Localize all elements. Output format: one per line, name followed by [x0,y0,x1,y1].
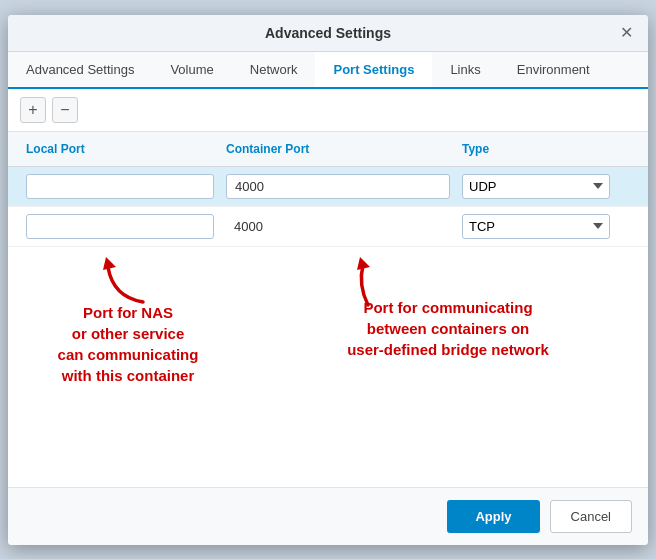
col-header-type: Type [456,138,616,160]
container-port-cell-1 [220,171,456,202]
type-cell-2: TCP UDP [456,211,616,242]
port-settings-content: Local Port Container Port Type UDP TCP [8,132,648,487]
svg-marker-0 [103,257,116,270]
row-scroll-1 [616,183,636,189]
port-toolbar: + − [8,89,648,132]
local-port-cell-2 [20,211,220,242]
type-cell-1: UDP TCP [456,171,616,202]
local-port-input-2[interactable] [26,214,214,239]
container-port-value-2: 4000 [226,219,263,234]
type-select-1[interactable]: UDP TCP [462,174,610,199]
annotation-right-text: Port for communicating between container… [328,297,568,360]
add-port-button[interactable]: + [20,97,46,123]
annotation-left-text: Port for NAS or other service can commun… [28,302,228,386]
local-port-cell-1 [20,171,220,202]
tab-links[interactable]: Links [432,52,498,89]
tab-bar: Advanced Settings Volume Network Port Se… [8,52,648,89]
apply-button[interactable]: Apply [447,500,539,533]
port-table-scroll: UDP TCP 4000 TCP UDP [8,167,648,247]
table-header: Local Port Container Port Type [8,132,648,167]
annotation-area: Port for NAS or other service can commun… [8,247,648,487]
container-port-input-1[interactable] [226,174,450,199]
dialog-footer: Apply Cancel [8,487,648,545]
table-row: UDP TCP [8,167,648,207]
type-select-2[interactable]: TCP UDP [462,214,610,239]
row-scroll-2 [616,223,636,229]
tab-port-settings[interactable]: Port Settings [315,52,432,89]
advanced-settings-dialog: Advanced Settings ✕ Advanced Settings Vo… [8,15,648,545]
tab-advanced-settings[interactable]: Advanced Settings [8,52,152,89]
close-button[interactable]: ✕ [616,23,636,43]
title-bar: Advanced Settings ✕ [8,15,648,52]
container-port-cell-2: 4000 [220,216,456,237]
dialog-title: Advanced Settings [265,25,391,41]
col-header-local-port: Local Port [20,138,220,160]
col-header-scroll [616,138,636,160]
remove-port-button[interactable]: − [52,97,78,123]
cancel-button[interactable]: Cancel [550,500,632,533]
tab-environment[interactable]: Environment [499,52,608,89]
table-row: 4000 TCP UDP [8,207,648,247]
local-port-input-1[interactable] [26,174,214,199]
col-header-container-port: Container Port [220,138,456,160]
tab-network[interactable]: Network [232,52,316,89]
tab-volume[interactable]: Volume [152,52,231,89]
svg-marker-1 [357,257,370,270]
